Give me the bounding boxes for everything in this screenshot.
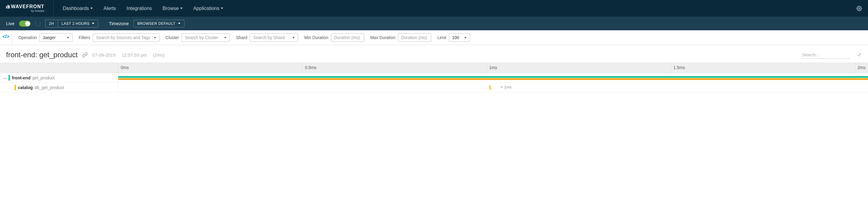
nav-dashboards[interactable]: Dashboards	[63, 6, 93, 11]
limit-label: Limit	[437, 35, 446, 40]
timeline-tick: 1ms	[487, 63, 671, 73]
min-duration-label: Min Duration	[304, 35, 328, 40]
brand-sub: by vmware	[6, 10, 44, 12]
span-row[interactable]: catalog db_get_product < 1ms	[0, 83, 868, 92]
span-color	[8, 75, 10, 80]
span-operation: db_get_product	[35, 85, 64, 90]
timezone-label: Timezone	[109, 21, 129, 26]
code-tab[interactable]: </>	[0, 30, 12, 45]
live-label: Live	[6, 21, 14, 26]
timeline-tick: 2ms	[855, 63, 868, 73]
time-range-group: 2H LAST 2 HOURS	[45, 20, 99, 28]
span-duration-label: < 1ms	[501, 85, 512, 90]
shard-label: Shard	[236, 35, 247, 40]
gear-icon[interactable]	[857, 6, 862, 11]
operation-label: Operation	[18, 35, 37, 40]
trace-search-input[interactable]	[802, 51, 850, 59]
logo[interactable]: WAVEFRONT by vmware	[6, 0, 54, 17]
trace-duration: (2ms)	[153, 53, 164, 58]
min-duration-input[interactable]: Duration (ms)	[331, 33, 364, 42]
span-track	[118, 73, 868, 82]
span-service: catalog	[18, 85, 33, 90]
time-preset-button[interactable]: 2H	[45, 20, 58, 27]
chevron-down-icon	[92, 23, 94, 24]
cluster-select[interactable]: Search by Cluster	[181, 33, 230, 42]
chevron-down-icon	[221, 7, 223, 9]
cluster-label: Cluster	[165, 35, 179, 40]
filters-select[interactable]: Search by Sources and Tags	[93, 33, 159, 42]
filters-bar: </> Operation Jaeger Filters Search by S…	[0, 30, 868, 45]
timeline-tick: 0ms	[118, 63, 302, 73]
timeline-tick: 1.5ms	[671, 63, 855, 73]
timeline-tick: 0.5ms	[302, 63, 487, 73]
trace-date: 07-09-2019	[92, 53, 116, 58]
svg-point-0	[859, 7, 860, 9]
span-track: < 1ms	[118, 83, 868, 92]
chevron-down-icon	[292, 37, 295, 38]
collapse-toggle[interactable]: —	[3, 75, 7, 80]
trace-title: front-end: get_product	[6, 50, 78, 59]
operation-select[interactable]: Jaeger	[39, 33, 72, 42]
chevron-down-icon	[178, 23, 181, 24]
span-bar	[118, 78, 868, 80]
time-range-button[interactable]: LAST 2 HOURS	[58, 20, 98, 27]
span-bar	[490, 85, 491, 90]
chevron-down-icon	[67, 37, 69, 38]
nav-items: Dashboards Alerts Integrations Browse Ap…	[63, 6, 223, 11]
sub-nav: Live 2H LAST 2 HOURS Timezone BROWSER DE…	[0, 17, 868, 30]
chevron-down-icon	[464, 37, 467, 38]
nav-alerts[interactable]: Alerts	[103, 6, 116, 11]
chevron-down-icon	[180, 7, 183, 9]
logo-icon	[6, 5, 10, 8]
limit-select[interactable]: 100	[449, 33, 470, 42]
shard-select[interactable]: Search by Shard	[250, 33, 298, 42]
chevron-down-icon	[90, 7, 93, 9]
filters-label: Filters	[79, 35, 90, 40]
top-nav: WAVEFRONT by vmware Dashboards Alerts In…	[0, 0, 868, 17]
span-color	[14, 85, 16, 90]
span-operation: get_product	[32, 75, 55, 80]
nav-integrations[interactable]: Integrations	[126, 6, 152, 11]
trace-time: 12:57:59 pm	[122, 53, 147, 58]
timeline-header: 0ms 0.5ms 1ms 1.5ms 2ms	[0, 63, 868, 73]
live-toggle[interactable]	[19, 21, 31, 27]
chevron-down-icon	[154, 37, 156, 38]
trace-meta: 07-09-2019 12:57:59 pm (2ms)	[92, 53, 164, 58]
nav-applications[interactable]: Applications	[193, 6, 223, 11]
brand-name: WAVEFRONT	[11, 4, 44, 9]
max-duration-input[interactable]: Duration (ms)	[398, 33, 431, 42]
timezone-select[interactable]: BROWSER DEFAULT	[133, 20, 184, 28]
trace-header: front-end: get_product 07-09-2019 12:57:…	[0, 45, 868, 63]
span-service: front-end	[12, 75, 30, 80]
span-row[interactable]: — front-end get_product	[0, 73, 868, 83]
chevron-down-icon	[224, 37, 226, 38]
link-icon[interactable]	[82, 52, 88, 58]
span-bar	[118, 76, 868, 78]
refresh-spinner[interactable]	[35, 21, 41, 26]
collapse-icon[interactable]	[857, 53, 862, 57]
max-duration-label: Max Duration	[370, 35, 396, 40]
nav-browse[interactable]: Browse	[162, 6, 183, 11]
